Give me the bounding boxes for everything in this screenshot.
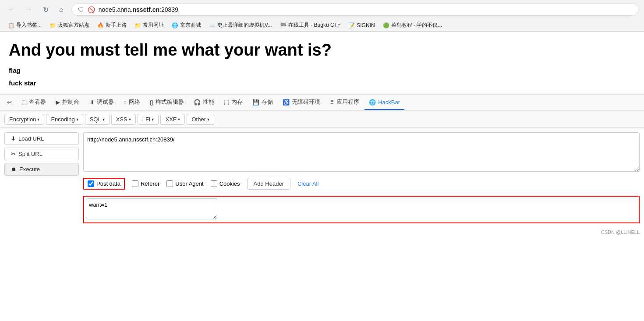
tab-debugger[interactable]: ⏸ 调试器: [85, 95, 118, 110]
encoding-label: Encoding: [51, 116, 74, 123]
devtools-tabs: ↩ ⬚ 查看器 ▶ 控制台 ⏸ 调试器 ↕ 网络 {} 样式编辑器 🎧 性能 ⬚…: [0, 94, 644, 111]
encryption-menu[interactable]: Encryption ▾: [4, 114, 44, 125]
post-data-checkbox[interactable]: [88, 180, 94, 187]
hackbar-icon: 🌐: [369, 99, 376, 106]
url-port: :20839: [159, 6, 178, 13]
cookies-checkbox[interactable]: [211, 180, 217, 187]
load-url-icon: ⬇: [11, 135, 16, 142]
tab-application[interactable]: ⠿ 应用程序: [326, 95, 364, 110]
bookmark-common[interactable]: 📁 常用网址: [132, 21, 166, 30]
accessibility-icon: ♿: [283, 99, 290, 106]
xss-menu[interactable]: XSS ▾: [111, 114, 136, 125]
referer-option[interactable]: Referer: [132, 180, 159, 187]
bookmark-label-vm: 史上最详细的虚拟机V...: [217, 21, 272, 29]
cookies-option[interactable]: Cookies: [211, 180, 240, 187]
split-url-button[interactable]: ✂ Split URL: [4, 148, 79, 160]
page-content: And you must tell me what your want is? …: [0, 32, 644, 87]
post-data-input[interactable]: want=1: [86, 198, 217, 219]
add-header-button[interactable]: Add Header: [247, 178, 290, 190]
storage-label: 存储: [262, 98, 273, 106]
bookmark-runoob[interactable]: 🟢 菜鸟教程 - 学的不仅...: [380, 21, 445, 30]
shield-icon: 🛡: [78, 6, 84, 13]
bookmark-label-newbie: 新手上路: [106, 21, 127, 29]
referer-checkbox[interactable]: [132, 180, 138, 187]
page-flag-label: flag: [9, 67, 635, 74]
url-prefix: node5.anna.: [99, 6, 133, 13]
console-icon: ▶: [56, 99, 60, 106]
application-icon: ⠿: [330, 99, 334, 106]
tab-console[interactable]: ▶ 控制台: [51, 95, 84, 110]
style-editor-label: 样式编辑器: [156, 98, 184, 106]
encoding-arrow: ▾: [76, 117, 78, 122]
other-menu[interactable]: Other ▾: [187, 114, 214, 125]
split-url-icon: ✂: [11, 151, 16, 157]
style-editor-icon: {}: [150, 99, 154, 106]
url-input[interactable]: http://node5.anna.nssctf.cn:20839/: [83, 132, 640, 172]
debugger-icon: ⏸: [89, 99, 95, 106]
page-title: And you must tell me what your want is?: [9, 41, 635, 60]
accessibility-label: 无障碍环境: [292, 98, 320, 106]
xss-arrow: ▾: [129, 117, 131, 122]
hackbar-left-panel: ⬇ Load URL ✂ Split URL ⏺ Execute: [4, 132, 79, 223]
sql-label: SQL: [90, 116, 101, 123]
inspector-back-icon: ↩: [7, 99, 12, 106]
bookmark-icon-runoob: 🟢: [383, 22, 389, 28]
tab-accessibility[interactable]: ♿ 无障碍环境: [278, 95, 325, 110]
post-data-label: Post data: [96, 180, 120, 187]
browser-nav: ← → ↻ ⌂ 🛡 🚫 node5.anna.nssctf.cn:20839: [0, 0, 644, 19]
referer-label: Referer: [141, 180, 159, 187]
address-bar[interactable]: 🛡 🚫 node5.anna.nssctf.cn:20839: [71, 4, 639, 16]
clear-all-label: Clear All: [297, 180, 318, 187]
bookmark-label-bugku: 在线工具 - Bugku CTF: [288, 21, 340, 29]
post-data-option[interactable]: Post data: [88, 180, 120, 187]
hackbar-label: HackBar: [378, 99, 400, 106]
clear-all-button[interactable]: Clear All: [297, 180, 318, 187]
hackbar-right-panel: http://node5.anna.nssctf.cn:20839/ Post …: [83, 132, 640, 223]
bookmarks-bar: 📋 导入书签... 📁 火狐官方站点 🔥 新手上路 📁 常用网址 🌐 京东商城 …: [0, 19, 644, 32]
url-text: node5.anna.nssctf.cn:20839: [99, 6, 632, 13]
tab-memory[interactable]: ⬚ 内存: [219, 95, 247, 110]
tab-network[interactable]: ↕ 网络: [119, 95, 145, 110]
bookmark-firefox[interactable]: 📁 火狐官方站点: [47, 21, 92, 30]
lfi-menu[interactable]: LFI ▾: [138, 114, 159, 125]
encoding-menu[interactable]: Encoding ▾: [46, 114, 83, 125]
memory-label: 内存: [231, 98, 243, 106]
execute-button[interactable]: ⏺ Execute: [4, 163, 79, 176]
tab-hackbar[interactable]: 🌐 HackBar: [364, 95, 404, 110]
tab-style-editor[interactable]: {} 样式编辑器: [145, 95, 189, 110]
bookmark-jd[interactable]: 🌐 京东商城: [169, 21, 204, 30]
bookmark-newbie[interactable]: 🔥 新手上路: [95, 21, 129, 30]
back-button[interactable]: ←: [5, 4, 18, 15]
refresh-button[interactable]: ↻: [40, 4, 51, 16]
bookmark-signin[interactable]: 📝 SIGNIN: [346, 21, 377, 29]
bookmark-vm[interactable]: ☁️ 史上最详细的虚拟机V...: [206, 21, 275, 30]
hackbar-menu-row: Encryption ▾ Encoding ▾ SQL ▾ XSS ▾ LFI …: [0, 111, 644, 128]
bookmark-label-jd: 京东商城: [180, 21, 201, 29]
xxe-label: XXE: [165, 116, 177, 123]
sql-menu[interactable]: SQL ▾: [85, 114, 110, 125]
performance-icon: 🎧: [194, 99, 201, 106]
browser-chrome: ← → ↻ ⌂ 🛡 🚫 node5.anna.nssctf.cn:20839 📋…: [0, 0, 644, 32]
warning-icon: 🚫: [88, 6, 95, 13]
user-agent-option[interactable]: User Agent: [166, 180, 203, 187]
inspector-label: 查看器: [29, 98, 46, 106]
tab-inspector-back[interactable]: ↩: [3, 95, 16, 110]
xxe-menu[interactable]: XXE ▾: [160, 114, 185, 125]
bookmark-bugku[interactable]: 🏁 在线工具 - Bugku CTF: [277, 21, 343, 30]
hackbar-panel: Encryption ▾ Encoding ▾ SQL ▾ XSS ▾ LFI …: [0, 111, 644, 228]
tab-storage[interactable]: 💾 存储: [248, 95, 277, 110]
xss-label: XSS: [116, 116, 127, 123]
bookmark-icon-newbie: 🔥: [97, 22, 104, 28]
home-button[interactable]: ⌂: [57, 4, 66, 15]
bookmark-label-import: 导入书签...: [16, 21, 42, 29]
load-url-button[interactable]: ⬇ Load URL: [4, 132, 79, 145]
bookmark-import[interactable]: 📋 导入书签...: [5, 21, 44, 30]
user-agent-checkbox[interactable]: [166, 180, 173, 187]
bookmark-icon-jd: 🌐: [172, 22, 178, 28]
forward-button[interactable]: →: [23, 4, 35, 15]
post-data-highlight-box: Post data: [83, 178, 125, 190]
tab-performance[interactable]: 🎧 性能: [189, 95, 219, 110]
console-label: 控制台: [62, 98, 79, 106]
tab-inspector[interactable]: ⬚ 查看器: [17, 95, 50, 110]
options-row: Post data Referer User Agent Cookies Add…: [83, 175, 640, 192]
